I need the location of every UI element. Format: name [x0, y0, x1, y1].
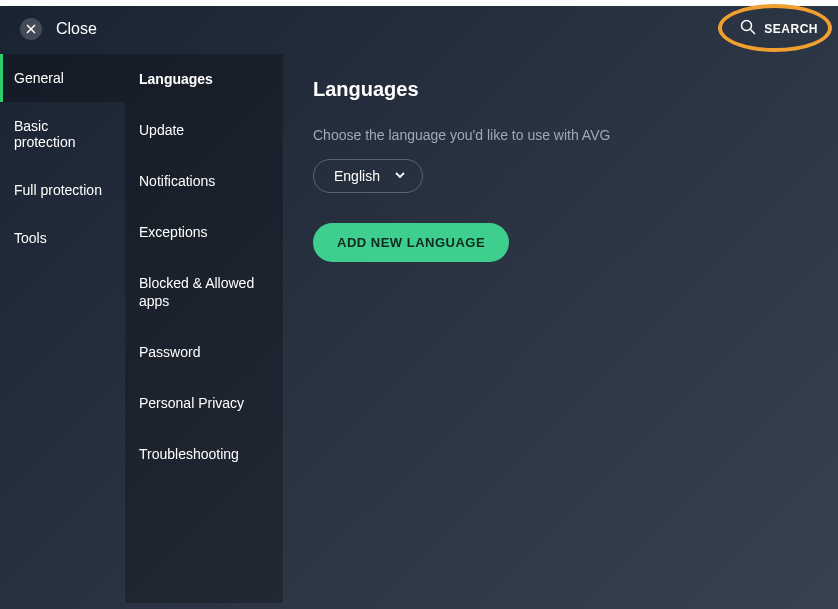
sidebar-item-full-protection[interactable]: Full protection — [0, 166, 125, 214]
subnav-item-label: Blocked & Allowed apps — [139, 275, 254, 310]
sidebar-item-label: Tools — [14, 230, 47, 246]
page-title: Languages — [313, 78, 808, 101]
selected-language: English — [334, 168, 380, 184]
sidebar-secondary: Languages Update Notifications Exception… — [125, 54, 283, 603]
search-icon — [740, 19, 756, 39]
close-icon — [20, 18, 42, 40]
header: Close SEARCH — [0, 0, 838, 54]
sidebar-item-tools[interactable]: Tools — [0, 214, 125, 262]
subnav-item-label: Exceptions — [139, 224, 207, 240]
subnav-item-label: Languages — [139, 71, 213, 87]
subnav-item-notifications[interactable]: Notifications — [125, 156, 283, 207]
subnav-item-troubleshooting[interactable]: Troubleshooting — [125, 429, 283, 480]
subnav-item-label: Password — [139, 344, 200, 360]
search-button[interactable]: SEARCH — [740, 19, 818, 39]
svg-point-0 — [742, 21, 752, 31]
sidebar-primary: General Basic protection Full protection… — [0, 54, 125, 603]
subnav-item-label: Update — [139, 122, 184, 138]
subnav-item-blocked-allowed-apps[interactable]: Blocked & Allowed apps — [125, 258, 283, 328]
sidebar-item-general[interactable]: General — [0, 54, 125, 102]
add-new-language-button[interactable]: ADD NEW LANGUAGE — [313, 223, 509, 262]
close-label: Close — [56, 20, 97, 38]
close-button[interactable]: Close — [20, 18, 97, 40]
language-select[interactable]: English — [313, 159, 423, 193]
subnav-item-update[interactable]: Update — [125, 105, 283, 156]
subnav-item-label: Troubleshooting — [139, 446, 239, 462]
subnav-item-personal-privacy[interactable]: Personal Privacy — [125, 378, 283, 429]
sidebar-item-basic-protection[interactable]: Basic protection — [0, 102, 125, 166]
sidebar-item-label: General — [14, 70, 64, 86]
subnav-item-password[interactable]: Password — [125, 327, 283, 378]
page-subtitle: Choose the language you'd like to use wi… — [313, 127, 808, 143]
subnav-item-label: Notifications — [139, 173, 215, 189]
subnav-item-languages[interactable]: Languages — [125, 54, 283, 105]
search-label: SEARCH — [764, 22, 818, 36]
subnav-item-exceptions[interactable]: Exceptions — [125, 207, 283, 258]
content-pane: Languages Choose the language you'd like… — [283, 54, 838, 603]
chevron-down-icon — [394, 168, 406, 184]
body-area: General Basic protection Full protection… — [0, 54, 838, 603]
sidebar-item-label: Full protection — [14, 182, 102, 198]
sidebar-item-label: Basic protection — [14, 118, 75, 150]
subnav-item-label: Personal Privacy — [139, 395, 244, 411]
